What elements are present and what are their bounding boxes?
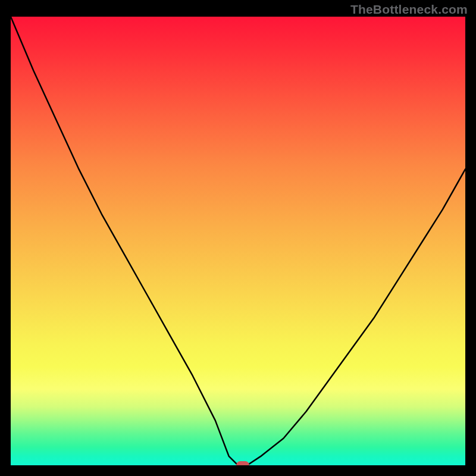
chart-frame: TheBottleneck.com <box>0 0 476 476</box>
watermark-text: TheBottleneck.com <box>350 2 468 17</box>
curve-layer <box>11 17 465 465</box>
plot-area <box>11 17 465 465</box>
optimal-point-marker <box>236 461 249 465</box>
bottleneck-curve <box>11 17 465 465</box>
